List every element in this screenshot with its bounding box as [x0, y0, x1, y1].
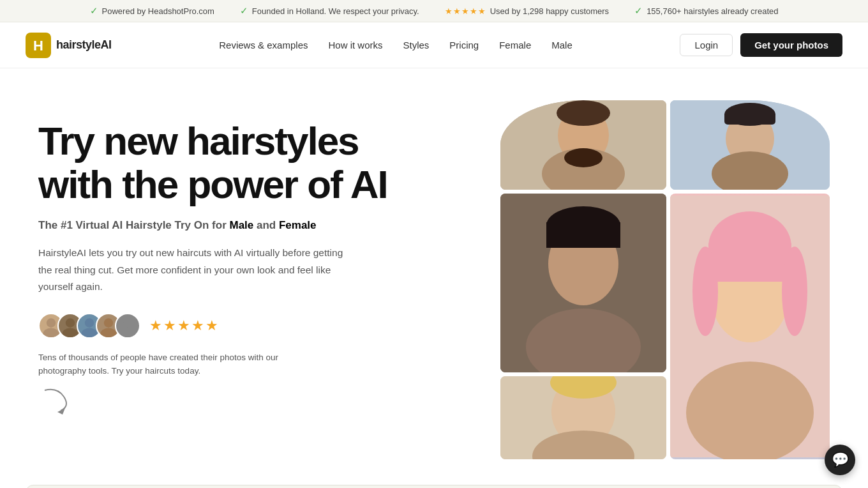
- svg-point-4: [66, 319, 75, 328]
- svg-point-2: [47, 319, 56, 328]
- arrow-hint-svg: [38, 384, 77, 416]
- hero-img-mid-right: [670, 194, 830, 459]
- nav-links: Reviews & examples How it works Styles P…: [219, 40, 572, 51]
- svg-point-6: [85, 319, 94, 328]
- get-photos-button[interactable]: Get your photos: [740, 33, 842, 57]
- nav-link-male[interactable]: Male: [551, 40, 572, 50]
- nav-link-female[interactable]: Female: [499, 40, 531, 50]
- hero-face-2: [670, 100, 830, 190]
- hero-img-bot-left: [500, 376, 666, 459]
- hero-section: Try new hairstyles with the power of AI …: [0, 68, 868, 485]
- nav-link-reviews[interactable]: Reviews & examples: [219, 40, 308, 50]
- hero-image-grid: ↺ ↺: [500, 100, 830, 459]
- topbar-rating-text: Used by 1,298 happy customers: [490, 6, 609, 16]
- check-icon: ✓: [90, 5, 98, 17]
- nav-actions: Login Get your photos: [680, 33, 842, 57]
- topbar-item-rating: ★★★★★ Used by 1,298 happy customers: [445, 6, 609, 16]
- hero-img-mid-left: [500, 194, 666, 372]
- svg-point-34: [782, 247, 807, 336]
- refresh-arrow-left[interactable]: ↺: [500, 100, 514, 114]
- cta-bar: Get your hairstyles now › As seen on: fa…: [26, 485, 842, 488]
- svg-point-11: [119, 328, 135, 339]
- login-button[interactable]: Login: [680, 34, 733, 56]
- svg-point-33: [692, 247, 718, 336]
- social-proof: ★★★★★: [38, 313, 387, 339]
- hero-img-top-left: ↺: [500, 100, 666, 190]
- svg-point-9: [100, 328, 116, 339]
- nav-link-how[interactable]: How it works: [328, 40, 382, 50]
- chat-button[interactable]: 💬: [825, 445, 855, 475]
- nav-logo[interactable]: H hairstyleAI: [26, 33, 112, 58]
- avatar-5: [115, 313, 140, 339]
- refresh-arrow-right[interactable]: ↺: [816, 100, 830, 114]
- hero-description: HairstyleAI lets you try out new haircut…: [38, 245, 345, 295]
- avatar-stack: [38, 313, 140, 339]
- hero-title-line2: with the power of AI: [38, 162, 387, 206]
- svg-point-3: [43, 328, 59, 339]
- stars-icon: ★★★★★: [445, 6, 486, 16]
- nav-item-styles[interactable]: Styles: [403, 40, 429, 51]
- stars-icons: ★★★★★: [149, 317, 220, 334]
- hero-title-line1: Try new hairstyles: [38, 119, 359, 163]
- topbar-hairstyles-text: 155,760+ hairstyles already created: [647, 6, 778, 16]
- nav-link-styles[interactable]: Styles: [403, 40, 429, 50]
- nav-link-pricing[interactable]: Pricing: [449, 40, 479, 50]
- nav-item-pricing[interactable]: Pricing: [449, 40, 479, 51]
- hero-face-5: [500, 376, 666, 459]
- svg-rect-32: [708, 243, 791, 282]
- svg-point-30: [686, 362, 814, 459]
- topbar-founded-text: Founded in Holland. We respect your priv…: [252, 6, 419, 16]
- nav-item-how[interactable]: How it works: [328, 40, 382, 51]
- svg-point-16: [557, 100, 610, 126]
- logo-svg: H: [26, 33, 51, 58]
- top-bar: ✓ Powered by HeadshotPro.com ✓ Founded i…: [0, 0, 868, 22]
- check-icon-3: ✓: [634, 5, 643, 17]
- svg-text:H: H: [33, 38, 43, 54]
- topbar-item-hairstyles: ✓ 155,760+ hairstyles already created: [634, 5, 778, 17]
- topbar-item-founded: ✓ Founded in Holland. We respect your pr…: [240, 5, 419, 17]
- social-proof-text: Tens of thousands of people have created…: [38, 351, 294, 377]
- hero-face-4: [670, 194, 830, 459]
- svg-point-17: [564, 148, 602, 167]
- svg-rect-27: [546, 222, 620, 248]
- topbar-item-powered: ✓ Powered by HeadshotPro.com: [90, 5, 214, 17]
- svg-point-5: [62, 328, 78, 339]
- nav-item-male[interactable]: Male: [551, 40, 572, 51]
- topbar-powered-text: Powered by HeadshotPro.com: [102, 6, 214, 16]
- chat-icon: 💬: [832, 452, 849, 468]
- nav-item-female[interactable]: Female: [499, 40, 531, 51]
- hero-left: Try new hairstyles with the power of AI …: [38, 107, 387, 416]
- navbar: H hairstyleAI Reviews & examples How it …: [0, 22, 868, 68]
- hero-face-3: [500, 194, 666, 372]
- hero-img-top-right: ↺: [670, 100, 830, 190]
- check-icon-2: ✓: [240, 5, 248, 17]
- svg-marker-12: [57, 408, 65, 415]
- svg-point-10: [123, 319, 132, 328]
- svg-point-7: [81, 328, 97, 339]
- hero-face-1: [500, 100, 666, 190]
- svg-point-8: [104, 319, 113, 328]
- hero-title: Try new hairstyles with the power of AI: [38, 119, 387, 206]
- nav-item-reviews[interactable]: Reviews & examples: [219, 40, 308, 51]
- stars-rating: ★★★★★: [149, 317, 220, 334]
- svg-rect-22: [724, 112, 775, 125]
- logo-text: hairstyleAI: [56, 38, 112, 52]
- hero-subtitle: The #1 Virtual AI Hairstyle Try On for M…: [38, 219, 387, 232]
